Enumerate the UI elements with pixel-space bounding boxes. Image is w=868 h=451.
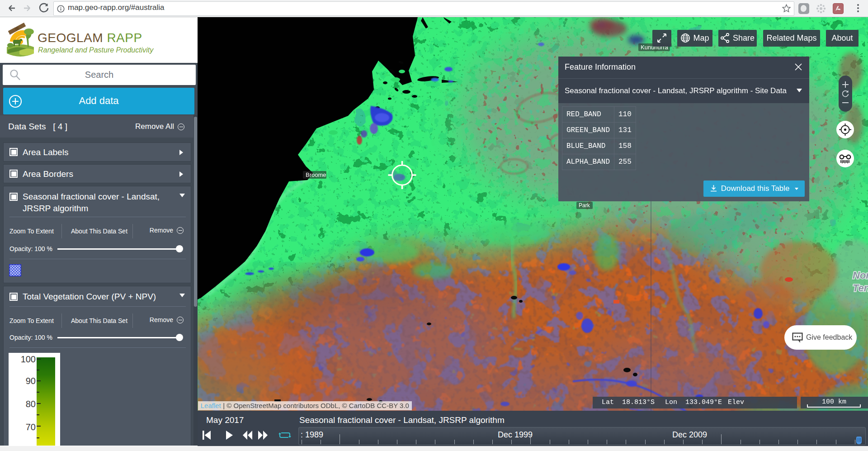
svg-text:Nort: Nort <box>853 270 868 281</box>
svg-text:Broome: Broome <box>306 171 326 178</box>
svg-text:Terri: Terri <box>853 282 868 294</box>
svg-text:Park: Park <box>579 202 590 209</box>
